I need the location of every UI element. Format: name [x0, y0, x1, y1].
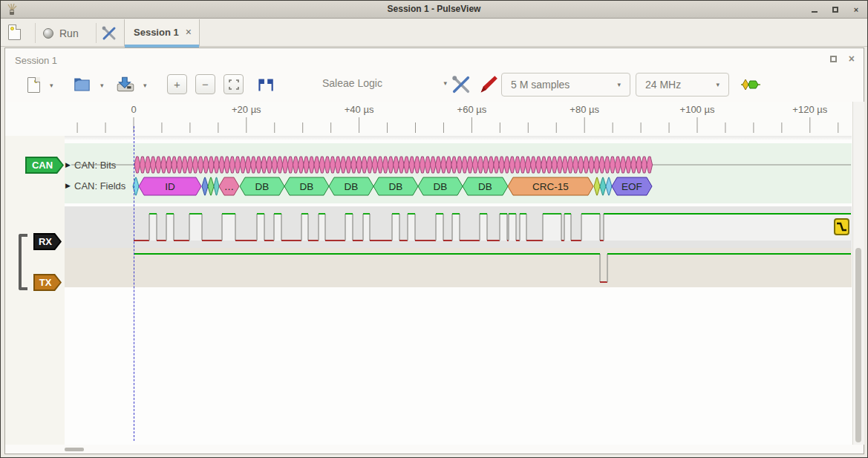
device-config-icon[interactable]: [451, 74, 471, 95]
ruler-tick-label: +120 µs: [792, 104, 827, 115]
run-label: Run: [59, 27, 79, 39]
ruler-corner: [5, 102, 65, 136]
ruler-tick-label: +20 µs: [232, 104, 261, 115]
time-cursor[interactable]: [134, 126, 134, 441]
panel-title: Session 1: [15, 55, 57, 66]
tab-session-1[interactable]: Session 1 ×: [124, 19, 200, 47]
ruler-tick-label: +40 µs: [345, 104, 374, 115]
title-bar[interactable]: Session 1 - PulseView ×: [1, 1, 867, 19]
trigger-flags-icon[interactable]: [255, 74, 275, 95]
close-button[interactable]: ×: [851, 4, 861, 15]
ruler-shadow: [65, 136, 852, 140]
channel-group-bracket: [19, 234, 27, 290]
ruler-tick-label: +100 µs: [680, 104, 715, 115]
device-dropdown-caret: ▾: [443, 79, 447, 87]
new-view-button[interactable]: [23, 74, 44, 95]
run-state-icon: [43, 28, 53, 39]
open-file-icon[interactable]: [72, 74, 93, 95]
device-selector[interactable]: Saleae Logic ▾: [322, 77, 447, 89]
horizontal-scrollbar-thumb[interactable]: [65, 448, 84, 451]
main-toolbar: Run Session 1 ×: [1, 19, 867, 47]
save-file-icon[interactable]: [115, 74, 136, 95]
sample-count-caret: ▾: [617, 81, 621, 88]
trigger-marker[interactable]: [834, 218, 849, 235]
time-ruler[interactable]: 0+20 µs+40 µs+60 µs+80 µs+100 µs+120 µs: [65, 102, 852, 136]
device-name: Saleae Logic: [322, 77, 382, 89]
bits-row-label: CAN: Bits: [74, 160, 116, 171]
new-document-icon: [8, 24, 21, 40]
window-title: Session 1 - PulseView: [1, 4, 867, 14]
fields-row-expand-icon[interactable]: ▶: [65, 182, 71, 189]
minimize-button[interactable]: [809, 4, 820, 15]
run-button[interactable]: Run: [43, 24, 79, 42]
probe-icon[interactable]: [477, 74, 498, 95]
zoom-fit-icon: [229, 79, 239, 90]
session-toolbar: ▾ ▾ ▾ + − Saleae Logic ▾: [5, 71, 864, 101]
tab-close-icon[interactable]: ×: [186, 26, 192, 38]
decoder-band: [65, 143, 852, 203]
save-dropdown-caret[interactable]: ▾: [143, 82, 147, 89]
ruler-tick-label: +80 µs: [570, 104, 599, 115]
bits-row-expand-icon[interactable]: ▶: [65, 161, 71, 169]
sample-rate-caret: ▾: [716, 81, 719, 88]
new-view-dropdown-caret[interactable]: ▾: [50, 82, 53, 89]
tab-label: Session 1: [134, 27, 179, 38]
panel-close-icon[interactable]: ×: [849, 55, 855, 62]
pulseview-window: Session 1 - PulseView × Run Session 1 ×: [0, 0, 868, 458]
toolbar-separator: [96, 23, 97, 43]
falling-edge-icon: [836, 221, 847, 232]
vertical-scrollbar-thumb[interactable]: [855, 248, 861, 442]
rx-band: [65, 206, 852, 248]
sample-rate-value: 24 MHz: [645, 79, 681, 91]
settings-icon[interactable]: [100, 24, 118, 42]
sample-count-value: 5 M samples: [511, 79, 570, 91]
add-decoder-icon[interactable]: [740, 74, 761, 95]
toolbar-separator: [35, 23, 36, 43]
new-session-button[interactable]: [8, 24, 27, 42]
zoom-fit-button[interactable]: [223, 74, 244, 94]
maximize-button[interactable]: [830, 4, 841, 15]
zoom-out-button[interactable]: −: [195, 74, 215, 94]
channel-tag-rx[interactable]: RX: [33, 233, 62, 250]
decoder-tag-label: CAN: [27, 158, 62, 172]
vertical-scrollbar[interactable]: [852, 102, 864, 445]
fields-row-label: CAN: Fields: [74, 180, 125, 192]
panel-float-icon[interactable]: [830, 56, 837, 62]
open-dropdown-caret[interactable]: ▾: [100, 82, 104, 89]
ruler-tick-label: +60 µs: [457, 104, 487, 115]
channel-tag-tx[interactable]: TX: [33, 274, 62, 291]
ruler-tick-label: 0: [131, 104, 136, 115]
new-view-icon: [27, 77, 40, 93]
horizontal-scrollbar[interactable]: [5, 445, 864, 454]
zoom-in-button[interactable]: +: [167, 74, 187, 94]
decoder-tag-can[interactable]: CAN: [25, 157, 64, 174]
tx-band: [65, 248, 852, 287]
sample-rate-select[interactable]: 24 MHz ▾: [636, 73, 729, 96]
sample-count-select[interactable]: 5 M samples ▾: [501, 73, 630, 96]
